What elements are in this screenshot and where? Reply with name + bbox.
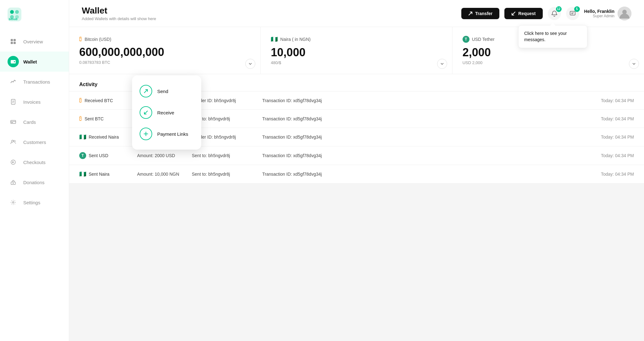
customers-icon <box>8 136 19 148</box>
sidebar-item-cards[interactable]: Cards <box>0 112 69 132</box>
header-left: Wallet Added Wallets with details will s… <box>82 6 156 21</box>
svg-point-27 <box>622 10 627 14</box>
transfer-button[interactable]: Transfer <box>461 8 499 19</box>
svg-point-19 <box>12 140 14 142</box>
activity-time: Today: 04:34 PM <box>601 98 634 103</box>
svg-text:bitnob: bitnob <box>9 18 18 21</box>
activity-type-label: Sent USD <box>89 153 108 158</box>
sidebar-item-overview-label: Overview <box>23 39 43 44</box>
activity-type: T Sent USD <box>79 152 130 159</box>
sidebar-item-checkouts-label: Checkouts <box>23 160 46 165</box>
activity-txid: Transaction ID: xd5gf78dvg34j <box>262 135 344 140</box>
chevron-down-icon <box>632 62 636 66</box>
action-dropdown-menu: Send Receive Payment Links <box>132 75 201 150</box>
user-avatar <box>618 7 631 20</box>
invoices-icon <box>8 96 19 107</box>
sidebar-item-checkouts[interactable]: Checkouts <box>0 152 69 172</box>
sidebar-item-customers[interactable]: Customers <box>0 132 69 152</box>
activity-sender: Sender ID: bh5ngvdr8j <box>192 135 255 140</box>
main-content: Wallet Added Wallets with details will s… <box>69 0 644 341</box>
sidebar-item-customers-label: Customers <box>23 140 46 145</box>
activity-txid: Transaction ID: xd5gf78dvg34j <box>262 116 344 121</box>
sidebar-item-donations[interactable]: Donations <box>0 172 69 192</box>
svg-rect-11 <box>14 61 15 62</box>
svg-point-1 <box>10 10 14 14</box>
messages-tooltip: Click here to see your messages. <box>518 25 587 48</box>
receive-dropdown-label: Receive <box>157 110 174 115</box>
ngn-balance: 10,000 <box>271 46 442 59</box>
messages-badge: 5 <box>574 6 580 12</box>
sidebar-item-overview[interactable]: Overview <box>0 31 69 52</box>
svg-rect-18 <box>11 122 13 123</box>
user-role: Super Admin <box>584 14 614 18</box>
btc-sub: 0.08783783 BTC <box>79 60 250 65</box>
cards-icon <box>8 116 19 128</box>
receive-dropdown-icon <box>140 106 152 119</box>
sidebar-item-transactions[interactable]: Transactions <box>0 72 69 92</box>
receive-dropdown-item[interactable]: Receive <box>132 102 201 123</box>
btc-coin-icon: ₿ <box>79 115 82 122</box>
send-dropdown-item[interactable]: Send <box>132 80 201 102</box>
activity-time: Today: 04:34 PM <box>601 172 634 177</box>
notifications-button[interactable]: 12 <box>548 7 561 20</box>
notifications-badge: 12 <box>556 6 562 12</box>
chevron-down-icon <box>440 62 444 66</box>
activity-type-label: Received BTC <box>85 98 113 103</box>
ngn-flag-icon: 🇳🇬 <box>79 171 86 178</box>
settings-icon <box>8 197 19 208</box>
btc-card-header: ₿ Bitcoin (USD) <box>79 36 250 42</box>
request-button[interactable]: Request <box>504 8 542 19</box>
user-profile[interactable]: Hello, Franklin Super Admin <box>584 7 631 20</box>
btc-expand-button[interactable] <box>245 59 255 69</box>
btc-balance: 600,000,000,000 <box>79 46 250 59</box>
receive-arrow-icon <box>143 110 149 115</box>
plus-icon <box>143 131 149 137</box>
activity-amount: Amount: 10,000 NGN <box>137 172 184 177</box>
sidebar-item-settings[interactable]: Settings <box>0 192 69 212</box>
activity-row: 🇳🇬 Sent Naira Amount: 10,000 NGN Sent to… <box>69 165 644 184</box>
activity-type: 🇳🇬 Received Naira <box>79 134 130 140</box>
usdt-currency-label: USD Tether <box>472 37 495 42</box>
user-greeting: Hello, Franklin <box>584 9 614 14</box>
activity-sender: Sent to: bh5ngvdr8j <box>192 116 255 121</box>
sidebar: bitnob Overview Wallet <box>0 0 69 341</box>
sidebar-item-wallet[interactable]: Wallet <box>0 52 69 72</box>
page-content: ₿ Bitcoin (USD) 600,000,000,000 0.087837… <box>69 27 644 341</box>
svg-point-24 <box>13 202 14 203</box>
svg-rect-8 <box>11 42 13 44</box>
activity-txid: Transaction ID: xd5gf78dvg34j <box>262 98 344 103</box>
payment-links-dropdown-icon <box>140 128 152 140</box>
activity-type-label: Sent Naira <box>89 172 109 177</box>
wallet-card-btc: ₿ Bitcoin (USD) 600,000,000,000 0.087837… <box>69 27 261 74</box>
donations-icon <box>8 177 19 188</box>
overview-icon <box>8 36 19 47</box>
header-right: Transfer Request 12 5 <box>461 7 631 20</box>
logo-area: bitnob <box>0 8 69 31</box>
svg-rect-7 <box>14 39 16 41</box>
ngn-expand-button[interactable] <box>437 59 447 69</box>
header: Wallet Added Wallets with details will s… <box>69 0 644 27</box>
activity-amount: Amount: 2000 USD <box>137 153 184 158</box>
sidebar-item-invoices[interactable]: Invoices <box>0 92 69 112</box>
send-dropdown-label: Send <box>157 89 168 94</box>
payment-links-dropdown-item[interactable]: Payment Links <box>132 123 201 145</box>
bell-icon <box>551 10 558 17</box>
sidebar-item-cards-label: Cards <box>23 119 36 125</box>
svg-rect-25 <box>570 11 575 15</box>
activity-sender: Sent to: bh5ngvdr8j <box>192 153 255 158</box>
send-arrow-icon <box>143 88 149 94</box>
btc-coin-icon: ₿ <box>79 97 82 104</box>
wallet-icon <box>8 56 19 67</box>
payment-links-dropdown-label: Payment Links <box>157 131 188 137</box>
usdt-sub: USD 2,000 <box>463 60 634 65</box>
wallet-card-ngn: 🇳🇬 Naira ( in NGN) 10,000 480/$ <box>261 27 452 74</box>
svg-rect-9 <box>14 42 16 44</box>
usdt-expand-button[interactable] <box>629 59 639 69</box>
usdt-icon: T <box>463 36 469 43</box>
checkouts-icon <box>8 157 19 168</box>
activity-type: ₿ Received BTC <box>79 97 130 104</box>
messages-button[interactable]: 5 Click here to see your messages. <box>566 7 579 20</box>
svg-point-20 <box>14 140 15 142</box>
ngn-card-header: 🇳🇬 Naira ( in NGN) <box>271 36 442 43</box>
logo-icon: bitnob <box>8 8 21 21</box>
